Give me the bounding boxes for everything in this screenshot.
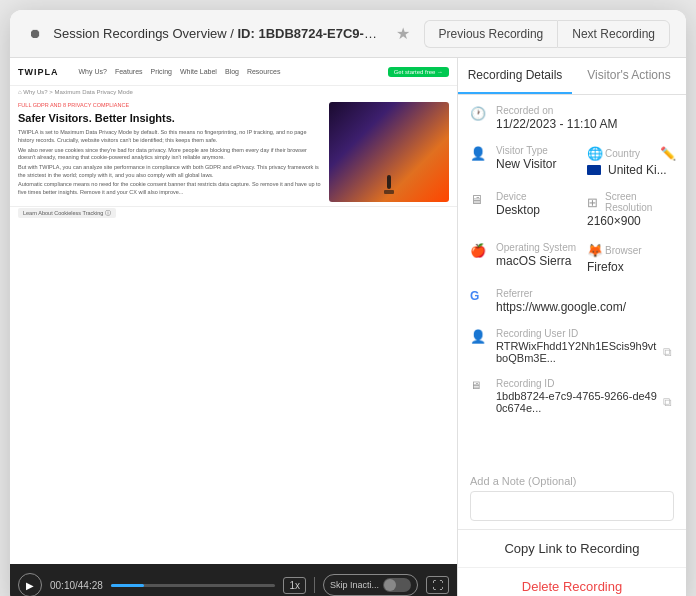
sim-headline: Safer Visitors. Better Insights. bbox=[18, 112, 321, 125]
copy-recording-id-button[interactable]: ⧉ bbox=[661, 395, 674, 409]
sim-hero-image bbox=[329, 102, 449, 202]
progress-bar[interactable] bbox=[111, 584, 276, 587]
sim-image-col bbox=[329, 102, 449, 202]
os-value: macOS Sierra bbox=[496, 254, 583, 268]
monitor-icon: 🖥 bbox=[470, 191, 488, 209]
user-id-content: Recording User ID RTRWixFhdd1Y2Nh1EScis9… bbox=[496, 328, 674, 364]
sim-text-col: FULL GDPR AND 8 PRIVACY COMPLIANCE Safer… bbox=[18, 102, 321, 202]
copy-link-button[interactable]: Copy Link to Recording bbox=[458, 530, 686, 568]
browser-block: 🦊 Browser Firefox bbox=[587, 242, 674, 274]
device-value: Desktop bbox=[496, 203, 583, 217]
app-window: ⏺ Session Recordings Overview / ID: 1BDB… bbox=[10, 10, 686, 596]
panel-tabs: Recording Details Visitor's Actions bbox=[458, 58, 686, 95]
browser-icon: 🦊 bbox=[587, 242, 601, 260]
playback-time: 00:10/44:28 bbox=[50, 580, 103, 591]
resolution-icon: ⊞ bbox=[587, 194, 601, 212]
recording-id-content: Recording ID 1bdb8724-e7c9-4765-9266-de4… bbox=[496, 378, 674, 414]
user-id-icon: 👤 bbox=[470, 328, 488, 346]
country-block: 🌐 Country ✏️ United Ki... bbox=[587, 145, 674, 177]
sim-para2: We also never use cookies since they're … bbox=[18, 147, 321, 162]
panel-footer: Copy Link to Recording Delete Recording bbox=[458, 529, 686, 596]
os-browser-row: 🍎 Operating System macOS Sierra 🦊 Browse… bbox=[470, 242, 674, 274]
os-block: Operating System macOS Sierra bbox=[496, 242, 583, 274]
user-id-row: 👤 Recording User ID RTRWixFhdd1Y2Nh1ESci… bbox=[470, 328, 674, 364]
recording-id-value: 1bdb8724-e7c9-4765-9266-de490c674e... bbox=[496, 390, 657, 414]
player-controls: ▶ 00:10/44:28 1x Skip Inacti... ⛶ bbox=[10, 564, 457, 596]
play-button[interactable]: ▶ bbox=[18, 573, 42, 596]
sim-nav-whyus: Why Us? bbox=[79, 68, 107, 75]
browser-label: Browser bbox=[605, 245, 642, 256]
device-resolution-row: 🖥 Device Desktop ⊞ Screen Resolution 216… bbox=[470, 191, 674, 228]
resolution-block: ⊞ Screen Resolution 2160×900 bbox=[587, 191, 674, 228]
sim-nav-pricing: Pricing bbox=[151, 68, 172, 75]
recorded-on-row: 🕐 Recorded on 11/22/2023 - 11:10 AM bbox=[470, 105, 674, 131]
copy-user-id-button[interactable]: ⧉ bbox=[661, 345, 674, 359]
sim-badge: FULL GDPR AND 8 PRIVACY COMPLIANCE bbox=[18, 102, 321, 108]
country-edit-icon: ✏️ bbox=[660, 145, 674, 163]
recorded-on-value: 11/22/2023 - 11:10 AM bbox=[496, 117, 674, 131]
right-panel: Recording Details Visitor's Actions 🕐 Re… bbox=[458, 58, 686, 596]
recorded-on-content: Recorded on 11/22/2023 - 11:10 AM bbox=[496, 105, 674, 131]
skip-inactivity-button[interactable]: Skip Inacti... bbox=[323, 574, 418, 596]
sim-breadcrumb: ⌂ Why Us? > Maximum Data Privacy Mode bbox=[10, 86, 457, 98]
panel-body: 🕐 Recorded on 11/22/2023 - 11:10 AM 👤 Vi… bbox=[458, 95, 686, 475]
referrer-value: https://www.google.com/ bbox=[496, 300, 674, 314]
os-label: Operating System bbox=[496, 242, 583, 253]
visitor-type-label: Visitor Type bbox=[496, 145, 583, 156]
sim-nav-resources: Resources bbox=[247, 68, 280, 75]
globe-icon: 🌐 bbox=[587, 145, 601, 163]
top-bar-left: ⏺ Session Recordings Overview / ID: 1BDB… bbox=[26, 22, 414, 45]
tab-recording-details[interactable]: Recording Details bbox=[458, 58, 572, 94]
visitor-type-value: New Visitor bbox=[496, 157, 583, 171]
top-bar: ⏺ Session Recordings Overview / ID: 1BDB… bbox=[10, 10, 686, 58]
star-button[interactable]: ★ bbox=[392, 22, 414, 45]
note-input[interactable] bbox=[470, 491, 674, 521]
session-recording-preview: TWIPLA Why Us? Features Pricing White La… bbox=[10, 58, 457, 564]
clock-icon: 🕐 bbox=[470, 105, 488, 123]
device-label: Device bbox=[496, 191, 583, 202]
sim-nav: TWIPLA Why Us? Features Pricing White La… bbox=[10, 58, 457, 86]
sim-nav-blog: Blog bbox=[225, 68, 239, 75]
os-browser-content: Operating System macOS Sierra 🦊 Browser … bbox=[496, 242, 674, 274]
skip-toggle[interactable] bbox=[383, 578, 411, 592]
sim-para4: Automatic compliance means no need for t… bbox=[18, 181, 321, 196]
sim-nav-features: Features bbox=[115, 68, 143, 75]
visitor-icon: 👤 bbox=[470, 145, 488, 163]
previous-recording-button[interactable]: Previous Recording bbox=[424, 20, 558, 48]
sim-para1: TWIPLA is set to Maximum Data Privacy Mo… bbox=[18, 129, 321, 144]
recording-id-label: Recording ID bbox=[496, 378, 674, 389]
device-block: Device Desktop bbox=[496, 191, 583, 228]
user-id-value: RTRWixFhdd1Y2Nh1EScis9h9vtboQBm3E... bbox=[496, 340, 657, 364]
record-icon: ⏺ bbox=[26, 24, 45, 44]
sim-cta-btn: Get started free → bbox=[388, 67, 449, 77]
tab-visitor-actions[interactable]: Visitor's Actions bbox=[572, 58, 686, 94]
recording-id-icon: 🖥 bbox=[470, 378, 488, 396]
next-recording-button[interactable]: Next Recording bbox=[557, 20, 670, 48]
delete-recording-button[interactable]: Delete Recording bbox=[458, 568, 686, 596]
google-icon: G bbox=[470, 288, 488, 306]
fullscreen-button[interactable]: ⛶ bbox=[426, 576, 449, 594]
sim-nav-links: Why Us? Features Pricing White Label Blo… bbox=[79, 68, 281, 75]
apple-icon: 🍎 bbox=[470, 242, 488, 260]
device-resolution-content: Device Desktop ⊞ Screen Resolution 2160×… bbox=[496, 191, 674, 228]
sim-para3: But with TWIPLA, you can analyze site pe… bbox=[18, 164, 321, 179]
speed-control[interactable]: 1x bbox=[283, 577, 306, 594]
sim-bottom-banner: Learn About Cookieless Tracking ⓘ bbox=[10, 206, 457, 220]
resolution-label: Screen Resolution bbox=[605, 191, 674, 213]
recorded-on-label: Recorded on bbox=[496, 105, 674, 116]
nav-buttons: Previous Recording Next Recording bbox=[424, 20, 670, 48]
resolution-value: 2160×900 bbox=[587, 214, 674, 228]
visitor-country-content: Visitor Type New Visitor 🌐 Country ✏️ bbox=[496, 145, 674, 177]
skip-label: Skip Inacti... bbox=[330, 580, 379, 590]
player-frame: TWIPLA Why Us? Features Pricing White La… bbox=[10, 58, 457, 564]
note-label: Add a Note (Optional) bbox=[470, 475, 674, 487]
progress-fill bbox=[111, 584, 144, 587]
referrer-label: Referrer bbox=[496, 288, 674, 299]
flag-icon bbox=[587, 165, 601, 175]
toggle-knob bbox=[384, 579, 396, 591]
note-area: Add a Note (Optional) bbox=[458, 475, 686, 529]
referrer-row: G Referrer https://www.google.com/ bbox=[470, 288, 674, 314]
sim-logo: TWIPLA bbox=[18, 67, 59, 77]
sim-nav-whitelabel: White Label bbox=[180, 68, 217, 75]
country-label: Country bbox=[605, 148, 640, 159]
